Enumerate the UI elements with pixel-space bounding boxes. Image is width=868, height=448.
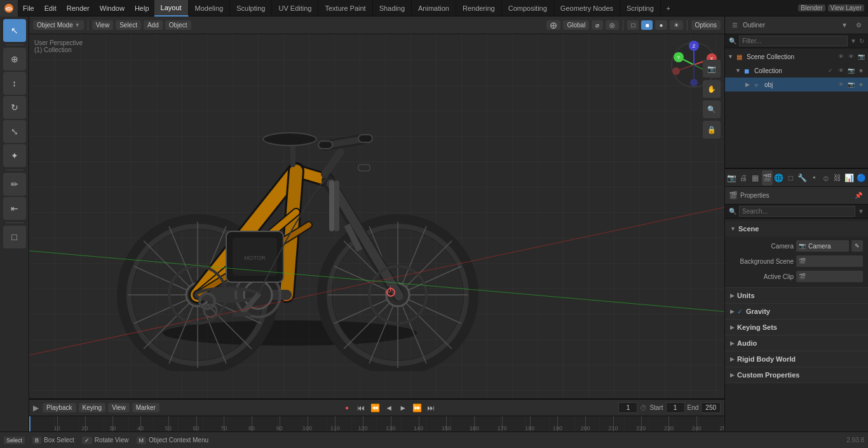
vp-hand-btn[interactable]: ✋ — [703, 80, 721, 98]
shading-material[interactable]: ● — [655, 20, 667, 30]
status-context-menu[interactable]: M Object Context Menu — [137, 437, 208, 444]
snap-toggle[interactable]: ⌀ — [592, 20, 603, 30]
options-btn[interactable]: Options — [691, 20, 721, 30]
timeline-mode-icon[interactable]: ▶ — [33, 404, 39, 412]
props-tab-data[interactable]: 📊 — [844, 170, 855, 186]
collection-visibility-icon[interactable]: 👁 — [836, 66, 845, 75]
obj-render-icon[interactable]: 📷 — [846, 80, 855, 89]
props-tab-output[interactable]: 🖨 — [738, 170, 750, 186]
props-search-input[interactable] — [739, 206, 855, 217]
add-workspace-button[interactable]: + — [661, 0, 676, 17]
vp-lock-btn[interactable]: 🔒 — [703, 121, 721, 139]
keying-sets-header[interactable]: ▶ Keying Sets — [725, 320, 868, 335]
props-tab-view-layer[interactable]: ▦ — [750, 170, 761, 186]
props-tab-object[interactable]: □ — [785, 170, 797, 186]
props-tab-world[interactable]: 🌐 — [773, 170, 785, 186]
viewport-3d[interactable]: User Perspective (1) Collection — [29, 34, 724, 431]
collection-render-icon[interactable]: 📷 — [846, 66, 855, 75]
play-reverse-btn[interactable]: ◄ — [383, 402, 395, 414]
tool-annotate[interactable]: ✏ — [3, 173, 26, 196]
tab-scripting[interactable]: Scripting — [620, 0, 661, 17]
next-frame-btn[interactable]: ⏩ — [410, 402, 423, 414]
tab-sculpting[interactable]: Sculpting — [230, 0, 272, 17]
props-dropdown-icon[interactable]: ▼ — [858, 208, 864, 215]
outliner-filter-btn[interactable]: ▼ — [839, 20, 850, 31]
obj-visibility-icon[interactable]: 👁 — [836, 80, 845, 89]
transform-pivot[interactable]: ⨁ — [546, 20, 560, 30]
units-header[interactable]: ▶ Units — [725, 288, 868, 303]
tool-rotate[interactable]: ↻ — [3, 96, 26, 119]
outliner-item-obj[interactable]: ▶ ○ obj 👁 📷 ■ — [725, 78, 868, 92]
menu-edit[interactable]: Edit — [39, 0, 62, 17]
view-menu-timeline[interactable]: View — [108, 403, 130, 412]
tab-geometry-nodes[interactable]: Geometry Nodes — [554, 0, 620, 17]
viewport-hide-icon[interactable]: 👁 — [846, 52, 855, 61]
camera-value[interactable]: 📷 Camera — [796, 240, 849, 252]
outliner-item-scene-collection[interactable]: ▼ ▦ Scene Collection 👁 👁 📷 — [725, 50, 868, 64]
shading-wire[interactable]: □ — [627, 20, 639, 30]
playback-menu[interactable]: Playback — [43, 403, 76, 412]
select-menu[interactable]: Select — [116, 20, 141, 30]
outliner-item-collection[interactable]: ▼ ◼ Collection ✓ 👁 📷 ■ — [725, 64, 868, 78]
tab-compositing[interactable]: Compositing — [502, 0, 554, 17]
shading-rendered[interactable]: ☀ — [670, 20, 683, 30]
vp-zoom-btn[interactable]: 🔍 — [703, 100, 721, 118]
blender-logo[interactable] — [0, 0, 18, 17]
tab-texture-paint[interactable]: Texture Paint — [318, 0, 372, 17]
play-btn[interactable]: ► — [397, 402, 409, 414]
props-tab-material[interactable]: 🔵 — [856, 170, 867, 186]
props-tab-render[interactable]: 📷 — [726, 170, 738, 186]
start-frame-display[interactable]: 1 — [666, 402, 685, 413]
outliner-sync-icon[interactable]: ↻ — [859, 37, 864, 44]
view-menu[interactable]: View — [92, 20, 114, 30]
shading-solid[interactable]: ■ — [641, 20, 653, 30]
active-clip-value[interactable]: 🎬 — [796, 271, 863, 282]
add-menu[interactable]: Add — [144, 20, 163, 30]
props-tab-constraints[interactable]: ⛓ — [832, 170, 844, 186]
proportional-toggle[interactable]: ◎ — [606, 20, 619, 30]
tool-select[interactable]: ↖ — [3, 19, 26, 42]
rigid-body-world-header[interactable]: ▶ Rigid Body World — [725, 351, 868, 367]
outliner-search-input[interactable] — [739, 36, 848, 46]
end-frame-display[interactable]: 250 — [701, 402, 721, 413]
tab-shading[interactable]: Shading — [373, 0, 412, 17]
menu-window[interactable]: Window — [95, 0, 130, 17]
marker-menu[interactable]: Marker — [132, 403, 159, 412]
tab-modeling[interactable]: Modeling — [189, 0, 231, 17]
menu-file[interactable]: File — [18, 0, 39, 17]
object-menu[interactable]: Object — [165, 20, 191, 30]
outliner-settings-btn[interactable]: ⚙ — [853, 20, 864, 31]
vp-camera-btn[interactable]: 📷 — [703, 60, 721, 78]
current-frame-display[interactable]: 1 — [618, 402, 637, 413]
custom-properties-header[interactable]: ▶ Custom Properties — [725, 367, 868, 383]
background-scene-value[interactable]: 🎬 — [796, 255, 863, 267]
props-pin-btn[interactable]: 📌 — [853, 190, 864, 201]
tool-move[interactable]: ↕ — [3, 72, 26, 95]
menu-help[interactable]: Help — [130, 0, 154, 17]
render-hide-icon[interactable]: 📷 — [857, 52, 865, 61]
skip-last-btn[interactable]: ⏭ — [424, 402, 437, 414]
props-tab-scene[interactable]: 🎬 — [762, 170, 773, 186]
audio-header[interactable]: ▶ Audio — [725, 336, 868, 351]
props-tab-particles[interactable]: • — [809, 170, 820, 186]
menu-render[interactable]: Render — [62, 0, 95, 17]
record-btn[interactable]: ● — [341, 402, 353, 414]
props-tab-physics[interactable]: ⦶ — [820, 170, 832, 186]
transform-global[interactable]: Global — [563, 20, 589, 30]
tab-layout[interactable]: Layout — [154, 0, 189, 17]
tool-cursor[interactable]: ⊕ — [3, 48, 26, 71]
keying-menu[interactable]: Keying — [79, 403, 106, 412]
status-select[interactable]: Select — [4, 437, 25, 444]
gravity-header[interactable]: ▶ ✓ Gravity — [725, 304, 868, 319]
tool-measure[interactable]: ⇤ — [3, 197, 26, 220]
skip-first-btn[interactable]: ⏮ — [355, 402, 367, 414]
object-mode-dropdown[interactable]: Object Mode ▼ — [33, 20, 84, 30]
camera-edit-btn[interactable]: ✎ — [851, 240, 863, 252]
outliner-filter-icon[interactable]: ▼ — [850, 37, 857, 44]
tool-scale[interactable]: ⤡ — [3, 120, 26, 143]
status-box-select[interactable]: B Box Select — [32, 437, 74, 444]
obj-filter-icon[interactable]: ■ — [857, 80, 865, 89]
tab-rendering[interactable]: Rendering — [456, 0, 502, 17]
tab-animation[interactable]: Animation — [412, 0, 456, 17]
view-layer-dropdown[interactable]: View Layer — [828, 4, 864, 11]
